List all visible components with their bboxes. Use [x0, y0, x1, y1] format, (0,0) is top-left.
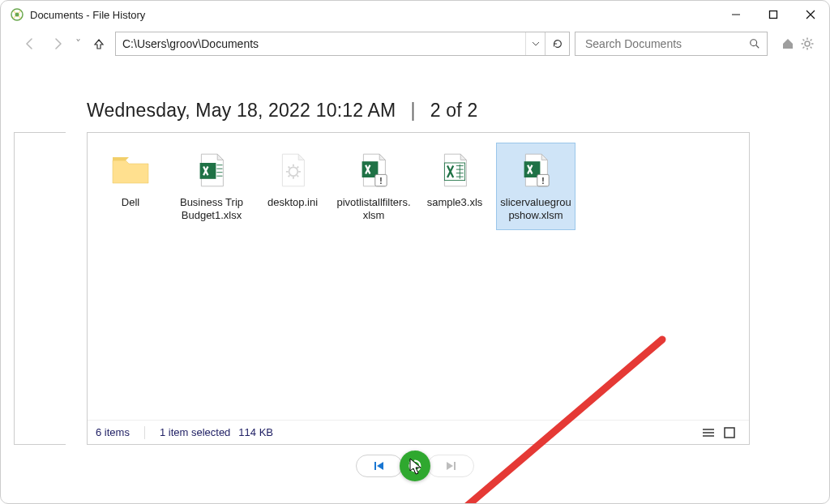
- previous-version-button[interactable]: [356, 455, 403, 477]
- svg-line-15: [803, 47, 805, 49]
- svg-rect-48: [454, 462, 456, 470]
- file-label: Business Trip Budget1.xlsx: [175, 196, 248, 223]
- snapshot-timestamp: Wednesday, May 18, 2022 10:12 AM: [87, 100, 396, 122]
- excel-legacy-icon: [430, 146, 479, 194]
- svg-line-13: [803, 40, 805, 41]
- svg-rect-17: [200, 163, 216, 179]
- svg-line-7: [756, 45, 759, 49]
- svg-rect-46: [725, 428, 734, 438]
- window-frame: Documents - File History ˅: [0, 0, 830, 504]
- search-box: [575, 32, 768, 56]
- search-icon[interactable]: [747, 38, 762, 49]
- left-rail: [14, 132, 66, 445]
- excel-macro-icon: !: [349, 146, 398, 194]
- file-label: desktop.ini: [267, 196, 318, 209]
- svg-text:!: !: [541, 175, 545, 186]
- svg-line-28: [297, 175, 298, 177]
- file-item[interactable]: ! pivotlistallfilters.xlsm: [334, 143, 413, 230]
- folder-icon: [106, 146, 155, 194]
- minimize-button[interactable]: [717, 1, 755, 28]
- status-bar: 6 items 1 item selected 114 KB: [88, 420, 749, 444]
- status-size: 114 KB: [238, 426, 273, 438]
- settings-file-icon: [268, 146, 317, 194]
- maximize-button[interactable]: [755, 1, 792, 28]
- status-selection: 1 item selected: [160, 426, 230, 438]
- file-label: slicervaluegroupshow.xlsm: [498, 196, 573, 223]
- file-label: Dell: [122, 196, 139, 209]
- file-panel: Dell Business Trip Budget1.xlsx: [87, 132, 750, 445]
- address-bar: [115, 32, 570, 56]
- view-details-icon[interactable]: [700, 426, 717, 439]
- file-item-selected[interactable]: ! slicervaluegroupshow.xlsm: [496, 143, 575, 230]
- history-nav: [14, 448, 816, 484]
- forward-button[interactable]: [46, 32, 69, 55]
- svg-line-14: [811, 47, 812, 49]
- svg-point-8: [805, 41, 810, 46]
- close-button[interactable]: [792, 1, 829, 28]
- svg-text:!: !: [379, 175, 383, 186]
- svg-line-27: [289, 167, 290, 169]
- file-item[interactable]: desktop.ini: [253, 143, 332, 230]
- svg-line-29: [289, 175, 290, 177]
- address-dropdown-button[interactable]: [525, 32, 545, 55]
- search-input[interactable]: [584, 36, 747, 51]
- excel-icon: [187, 146, 236, 194]
- home-icon[interactable]: [779, 35, 797, 53]
- file-grid: Dell Business Trip Budget1.xlsx: [88, 133, 749, 240]
- svg-point-1: [15, 13, 19, 17]
- header-separator: |: [410, 100, 415, 122]
- nav-toolbar: ˅: [1, 28, 829, 61]
- snapshot-position: 2 of 2: [430, 100, 478, 122]
- gear-icon[interactable]: [798, 35, 816, 53]
- svg-point-6: [751, 40, 757, 46]
- back-button[interactable]: [19, 32, 41, 55]
- window-controls: [717, 1, 829, 28]
- nav-separator: ˅: [74, 37, 83, 50]
- address-input[interactable]: [116, 32, 525, 55]
- file-item[interactable]: sample3.xls: [415, 143, 494, 230]
- status-count: 6 items: [96, 426, 130, 438]
- svg-line-30: [297, 167, 298, 169]
- titlebar: Documents - File History: [1, 1, 829, 28]
- window-title: Documents - File History: [30, 9, 145, 21]
- app-icon: [11, 8, 24, 21]
- svg-rect-3: [770, 11, 777, 19]
- up-button[interactable]: [88, 32, 110, 55]
- svg-line-16: [811, 40, 812, 41]
- snapshot-header: Wednesday, May 18, 2022 10:12 AM | 2 of …: [87, 100, 750, 122]
- file-label: sample3.xls: [427, 196, 483, 209]
- svg-rect-47: [374, 462, 376, 470]
- status-separator: [144, 426, 145, 439]
- file-label: pivotlistallfilters.xlsm: [336, 196, 411, 223]
- view-icons-icon[interactable]: [721, 426, 738, 439]
- next-version-button[interactable]: [427, 455, 474, 477]
- excel-macro-icon: !: [511, 146, 560, 194]
- refresh-button[interactable]: [545, 32, 569, 55]
- file-item[interactable]: Dell: [91, 143, 170, 230]
- file-item[interactable]: Business Trip Budget1.xlsx: [172, 143, 251, 230]
- restore-button[interactable]: [400, 451, 430, 481]
